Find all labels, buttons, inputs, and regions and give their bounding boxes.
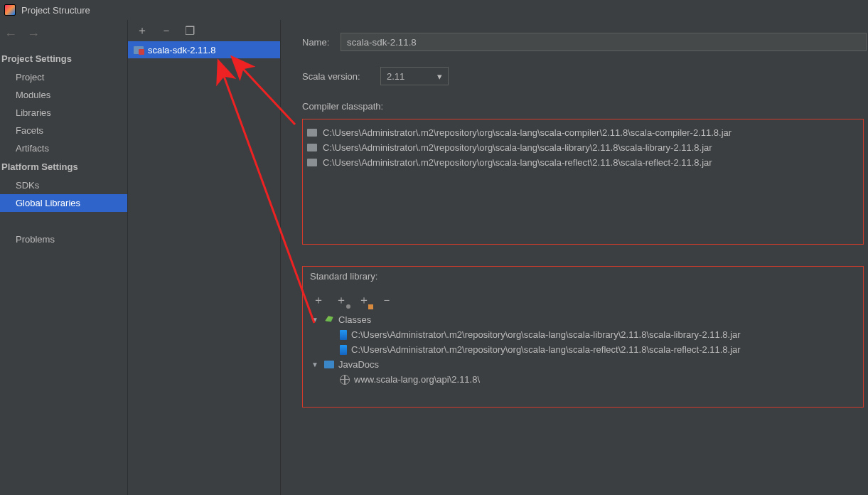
add-icon[interactable]: ＋: [313, 293, 324, 308]
section-platform-settings: Platform Settings: [0, 157, 127, 176]
app-icon: [4, 4, 16, 16]
library-list-toolbar: ＋ － ❐: [128, 20, 280, 41]
sidebar-item-artifacts[interactable]: Artifacts: [0, 139, 127, 157]
folder-icon: [307, 159, 317, 166]
expand-icon[interactable]: ▼: [311, 361, 320, 368]
classes-path-entry[interactable]: C:\Users\Administrator\.m2\repository\or…: [307, 327, 859, 342]
classpath-entry[interactable]: C:\Users\Administrator\.m2\repository\or…: [303, 125, 863, 140]
classes-path-entry[interactable]: C:\Users\Administrator\.m2\repository\or…: [307, 342, 859, 357]
standard-library-label: Standard library:: [307, 271, 859, 282]
add-orange-icon[interactable]: ＋: [358, 293, 370, 308]
sidebar-item-modules[interactable]: Modules: [0, 86, 127, 104]
remove-icon[interactable]: －: [381, 293, 392, 308]
folder-icon: [307, 144, 317, 151]
library-item-scala-sdk[interactable]: scala-sdk-2.11.8: [128, 41, 280, 58]
classpath-entry[interactable]: C:\Users\Administrator\.m2\repository\or…: [303, 140, 863, 155]
scala-version-value: 2.11: [387, 71, 404, 82]
library-details-panel: Name: Scala version: 2.11 ▾ Compiler cla…: [281, 20, 868, 495]
javadocs-folder-icon: [324, 361, 334, 368]
tree-node-javadocs[interactable]: ▼ JavaDocs: [307, 357, 859, 372]
javadocs-path-entry[interactable]: www.scala-lang.org\api\2.11.8\: [307, 372, 859, 387]
title-bar: Project Structure: [0, 0, 868, 20]
copy-icon[interactable]: ❐: [185, 24, 195, 38]
classes-icon: [323, 313, 336, 326]
sidebar-item-global-libraries[interactable]: Global Libraries: [0, 194, 127, 212]
scala-folder-icon: [134, 46, 144, 54]
settings-sidebar: ← → Project Settings Project Modules Lib…: [0, 20, 128, 495]
sidebar-item-libraries[interactable]: Libraries: [0, 104, 127, 122]
classpath-entry[interactable]: C:\Users\Administrator\.m2\repository\or…: [303, 155, 863, 170]
library-item-label: scala-sdk-2.11.8: [148, 45, 215, 55]
sidebar-item-facets[interactable]: Facets: [0, 122, 127, 139]
sidebar-item-sdks[interactable]: SDKs: [0, 176, 127, 194]
globe-icon: [340, 375, 350, 385]
scala-version-label: Scala version:: [302, 71, 380, 82]
jar-icon: [340, 330, 347, 340]
stdlib-toolbar: ＋ ＋ ＋ －: [307, 289, 859, 312]
section-project-settings: Project Settings: [0, 49, 127, 68]
sidebar-item-project[interactable]: Project: [0, 68, 127, 86]
chevron-down-icon: ▾: [437, 71, 442, 82]
remove-icon[interactable]: －: [161, 23, 172, 38]
window-title: Project Structure: [21, 5, 90, 16]
compiler-classpath-box: C:\Users\Administrator\.m2\repository\or…: [302, 119, 864, 245]
name-label: Name:: [302, 37, 341, 48]
tree-node-classes[interactable]: ▼ Classes: [307, 312, 859, 327]
add-icon[interactable]: ＋: [136, 23, 148, 38]
expand-icon[interactable]: ▼: [311, 316, 320, 324]
library-list-panel: ＋ － ❐ scala-sdk-2.11.8: [128, 20, 281, 495]
compiler-classpath-label: Compiler classpath:: [302, 101, 868, 112]
folder-icon: [307, 129, 317, 137]
jar-icon: [340, 345, 347, 355]
nav-forward-icon[interactable]: →: [27, 27, 40, 42]
name-input[interactable]: [341, 33, 867, 51]
nav-back-icon[interactable]: ←: [4, 27, 17, 42]
sidebar-item-problems[interactable]: Problems: [0, 230, 127, 248]
scala-version-dropdown[interactable]: 2.11 ▾: [380, 67, 449, 85]
standard-library-box: Standard library: ＋ ＋ ＋ － ▼ Classes C:\U…: [302, 266, 864, 408]
add-with-dot-icon[interactable]: ＋: [336, 293, 347, 308]
